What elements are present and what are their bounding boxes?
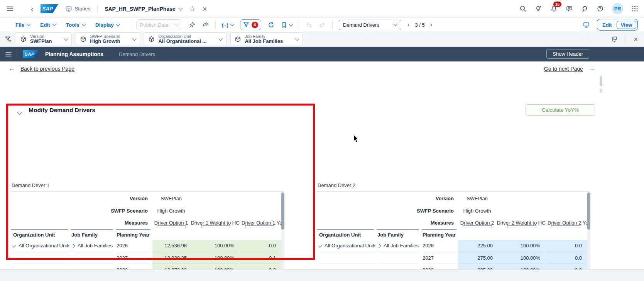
edit-menu[interactable]: Edit (40, 22, 56, 28)
collapse-section-icon[interactable] (18, 109, 21, 115)
dimension-column-header[interactable]: Job Family (71, 231, 113, 239)
dimension-column-header[interactable]: Planning Year (423, 231, 456, 239)
planning-year-cell[interactable]: 2027 (117, 252, 150, 264)
value-cell[interactable]: 12,536.96 (152, 240, 190, 252)
org-unit-cell[interactable]: All Organizational Units (318, 240, 375, 252)
canvas-scrollbar-thumb[interactable] (600, 76, 602, 86)
value-cell[interactable]: 100.00% (190, 252, 237, 264)
value-cell[interactable]: 225.00 (458, 240, 496, 252)
add-filter-icon[interactable] (5, 36, 12, 43)
value-cell[interactable]: 0.0 (546, 240, 585, 252)
divider (11, 191, 284, 192)
display-menu[interactable]: Display (95, 22, 120, 28)
vertical-scrollbar-thumb[interactable] (587, 192, 590, 230)
value-cell[interactable]: 0.0 (546, 252, 585, 264)
job-family-cell[interactable]: All Job Families (71, 240, 113, 252)
value-cell[interactable]: -0.0 (240, 240, 279, 252)
org-unit-cell[interactable] (12, 252, 69, 264)
calculate-yoy-button[interactable]: Calculate YoY% (526, 104, 595, 116)
share-icon[interactable] (202, 21, 209, 29)
dimension-column-header[interactable]: Planning Year (117, 231, 150, 239)
job-family-cell[interactable]: All Job Families (377, 240, 419, 252)
back-previous-page-link[interactable]: ← Back to previous Page (8, 65, 74, 73)
value-cell[interactable]: 100.00% (496, 252, 543, 264)
app-menu-icon[interactable] (5, 52, 12, 56)
vertical-scrollbar-thumb[interactable] (281, 192, 284, 230)
meta-value: High Growth (152, 205, 190, 217)
hierarchy-expand-icon[interactable] (71, 244, 75, 248)
bookmark-icon (281, 22, 287, 28)
dimension-column-header[interactable]: Organization Unit (319, 231, 374, 239)
value-cell[interactable]: 100.00% (190, 240, 237, 252)
filter-token-job-family[interactable]: Job Family All Job Families (230, 32, 303, 46)
user-avatar[interactable]: PR (612, 3, 623, 14)
value-cell[interactable]: 13,930.25 (152, 252, 190, 264)
close-icon[interactable]: × (203, 5, 207, 13)
comments-icon[interactable] (566, 5, 573, 12)
go-next-page-link[interactable]: Go to next Page → (544, 65, 595, 73)
help-icon[interactable] (597, 5, 604, 12)
pin-icon[interactable] (188, 21, 196, 29)
app-header: SAP Planning Assumptions Demand Drivers … (0, 47, 644, 61)
filter-token-version[interactable]: Version SWFPlan (16, 32, 72, 46)
filter-token-swfp-scenario[interactable]: SWFP Scenario High Growth (76, 32, 140, 46)
story-title[interactable]: SAP_HR_SWFP_PlanPhase (105, 6, 182, 12)
org-unit-cell[interactable] (318, 252, 375, 264)
value-cell[interactable]: 275.00 (458, 252, 496, 264)
measures-label: Measures (11, 217, 148, 229)
token-value: SWFPlan (30, 39, 52, 44)
token-value: High Growth (90, 39, 120, 44)
chevron-down-icon (64, 36, 68, 41)
tools-menu[interactable]: Tools (66, 22, 85, 28)
bookmark-button[interactable] (281, 22, 292, 28)
page-select[interactable]: Demand Drivers (339, 20, 401, 30)
file-menu[interactable]: File (15, 22, 30, 28)
edit-mode-button[interactable]: Edit (598, 22, 616, 28)
favorite-icon[interactable]: ☆ (189, 5, 196, 12)
previous-page-icon[interactable]: ‹ (407, 21, 410, 29)
hierarchy-collapse-icon[interactable] (318, 243, 322, 247)
dimension-column-header[interactable]: Organization Unit (13, 231, 68, 239)
filter-button[interactable]: 4 (240, 19, 261, 30)
adapt-filters-icon[interactable] (610, 36, 618, 43)
publish-data-button[interactable]: Publish Data (136, 19, 182, 30)
search-icon[interactable] (519, 5, 527, 12)
undo-icon[interactable] (305, 21, 313, 29)
hierarchy-expand-icon[interactable] (377, 244, 381, 248)
arrow-left-icon: ← (8, 65, 15, 73)
back-icon[interactable]: ‹ (31, 5, 34, 13)
header-rule (11, 229, 68, 230)
planning-year-cell[interactable]: 2026 (423, 240, 456, 252)
close-filter-bar-icon[interactable]: × (634, 36, 638, 43)
table-row: 202713,930.25100.00%0.1 (11, 252, 285, 265)
display-mode-icon[interactable] (583, 21, 590, 29)
meta-label: Version (11, 192, 148, 204)
show-header-button[interactable]: Show Header (546, 49, 589, 59)
notifications-button[interactable]: 15 (550, 5, 558, 12)
next-page-icon[interactable]: › (430, 21, 433, 29)
section-title: Modify Demand Drivers (29, 107, 95, 114)
canvas-scrollbar[interactable] (600, 89, 602, 93)
value-cell[interactable]: 100.00% (496, 240, 543, 252)
job-family-cell[interactable] (71, 252, 113, 264)
insights-icon[interactable] (535, 5, 542, 12)
refresh-icon[interactable] (267, 21, 275, 29)
stories-tab[interactable]: Stories (65, 5, 90, 12)
value-cell[interactable]: 0.1 (240, 252, 279, 264)
planning-year-cell[interactable]: 2026 (117, 240, 150, 252)
header-rule (71, 229, 113, 230)
redo-icon[interactable] (319, 21, 326, 29)
planning-year-cell[interactable]: 2027 (423, 252, 456, 264)
dimension-column-header[interactable]: Job Family (377, 231, 419, 239)
assistant-icon[interactable] (581, 5, 588, 12)
job-family-cell[interactable] (377, 252, 419, 264)
header-rule (116, 229, 150, 230)
apps-icon[interactable] (631, 5, 639, 12)
meta-value: SWFPlan (458, 192, 496, 204)
filter-token-organization-unit[interactable]: Organization Unit All Organizational ... (144, 32, 226, 46)
hierarchy-collapse-icon[interactable] (12, 243, 16, 247)
org-unit-cell[interactable]: All Organizational Units (12, 240, 69, 252)
view-mode-button[interactable]: View (617, 21, 636, 29)
variables-button[interactable]: (··) (222, 22, 234, 28)
main-menu-icon[interactable] (7, 7, 13, 11)
